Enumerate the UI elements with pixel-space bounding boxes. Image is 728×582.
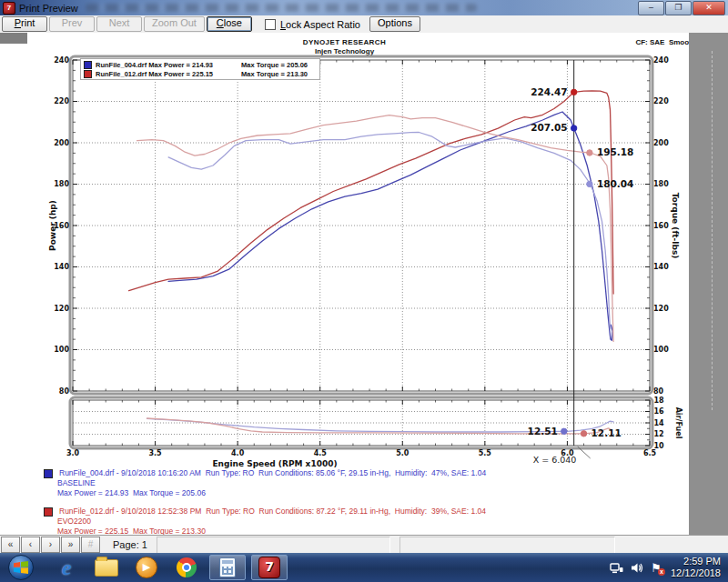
run-color-chip [44,507,53,517]
print-preview-page: DYNOJET RESEARCH Injen Technology CF: SA… [0,33,728,535]
action-center-flag-icon[interactable]: ⚑ x [651,561,662,575]
svg-text:220: 220 [653,97,669,105]
svg-text:12: 12 [654,430,664,438]
run-header-line: RunFile_004.drf - 9/10/2018 10:16:20 AM … [59,468,486,478]
run-name: EVO2200 [44,517,644,527]
svg-text:3.5: 3.5 [148,449,162,457]
goto-page-button[interactable]: # [81,537,100,553]
svg-text:80: 80 [653,387,664,396]
run-info: RunFile_012.drf - 9/10/2018 12:52:38 PM … [44,507,644,537]
svg-text:5.5: 5.5 [479,449,492,457]
checkbox-box[interactable] [265,19,276,30]
zoom-out-button[interactable]: Zoom Out [144,16,205,32]
close-window-button[interactable]: ✕ [693,1,725,15]
error-badge: x [658,568,665,576]
run-header-line: RunFile_012.drf - 9/10/2018 12:52:38 PM … [59,507,486,517]
next-page-button[interactable]: › [41,537,60,553]
titlebar: 7 Print Preview – ❐ ✕ [0,0,728,15]
svg-text:X = 6.040: X = 6.040 [533,455,577,465]
svg-text:4.5: 4.5 [314,449,328,457]
svg-text:Engine Speed (RPM x1000): Engine Speed (RPM x1000) [212,459,337,468]
taskbar-item-chrome[interactable] [173,556,200,579]
next-button[interactable]: Next [96,16,142,32]
taskbar-item-internet-explorer[interactable]: e [53,556,80,579]
svg-text:120: 120 [653,305,669,313]
dynojet-icon: 7 [258,557,280,578]
svg-text:200: 200 [54,139,69,147]
minimize-button[interactable]: – [638,1,664,15]
chart-legend: RunFile_004.drf Max Power = 214.93Max To… [80,58,320,80]
toolbar: Print Prev Next Zoom Out Close Lock Aspe… [0,15,728,34]
legend-row: RunFile_004.drf Max Power = 214.93Max To… [84,60,317,69]
page-margin-dashed-line [712,51,713,410]
svg-text:180.04: 180.04 [597,178,634,189]
svg-text:6.5: 6.5 [643,449,657,457]
svg-text:4.0: 4.0 [231,449,245,457]
titlebar-blurred-text [86,4,477,12]
svg-text:140: 140 [54,263,69,271]
svg-text:16: 16 [654,407,665,416]
legend-maxtorque: Max Torque = 205.06 [241,61,308,69]
window-title: Print Preview [19,3,78,14]
svg-text:207.05: 207.05 [531,122,568,133]
restore-button[interactable]: ❐ [665,1,692,15]
svg-text:224.47: 224.47 [531,86,568,97]
checkbox-label: Lock Aspect Ratio [280,19,360,30]
run-info: RunFile_004.drf - 9/10/2018 10:16:20 AM … [44,468,644,498]
statusbar-panel [157,537,390,554]
svg-text:100: 100 [54,346,69,354]
svg-text:5.0: 5.0 [396,449,410,457]
svg-text:240: 240 [653,56,669,65]
prev-button[interactable]: Prev [49,16,95,32]
svg-text:180: 180 [653,180,669,188]
dyno-chart: 2402402202202002001801801601601401401201… [0,33,689,535]
clock-time: 2:59 PM [671,556,721,567]
run-info-block: RunFile_004.drf - 9/10/2018 10:16:20 AM … [44,468,644,545]
lock-aspect-ratio-checkbox[interactable]: Lock Aspect Ratio [265,19,360,30]
media-player-icon: ▶ [136,557,157,578]
taskbar-item-file-explorer[interactable] [93,556,120,579]
svg-text:140: 140 [653,263,669,271]
statusbar-panel [399,537,615,554]
run-max-values: Max Power = 214.93 Max Torque = 205.06 [44,488,644,498]
legend-color-chip [84,61,92,69]
svg-text:Torque (ft-lbs): Torque (ft-lbs) [671,193,680,259]
windows-flag-icon [14,561,28,574]
run-name: BASELINE [44,478,644,488]
svg-text:3.0: 3.0 [66,449,80,457]
options-button[interactable]: Options [369,16,420,32]
network-icon[interactable] [610,562,623,574]
prev-page-button[interactable]: ‹ [21,537,40,553]
start-button[interactable] [8,555,34,580]
taskbar-item-calculator[interactable] [209,555,246,580]
folder-icon [95,559,118,577]
svg-text:180: 180 [54,180,69,188]
internet-explorer-icon: e [62,557,72,577]
first-page-button[interactable]: « [1,537,20,553]
svg-text:Power (hp): Power (hp) [48,200,57,251]
volume-icon[interactable] [631,562,643,574]
legend-file-maxpower: RunFile_004.drf Max Power = 214.93 [96,61,241,69]
print-button[interactable]: Print [2,16,47,32]
last-page-button[interactable]: » [61,537,80,553]
taskbar-clock[interactable]: 2:59 PM 12/12/2018 [671,556,721,579]
run-color-chip [44,469,53,478]
svg-text:200: 200 [653,139,669,147]
svg-text:14: 14 [654,419,665,427]
page-gutter [689,33,728,535]
preview-corner-block [0,33,27,44]
close-preview-button[interactable]: Close [207,16,252,32]
chrome-icon [177,557,197,577]
calculator-icon [219,557,236,577]
svg-text:195.18: 195.18 [597,146,634,157]
taskbar-item-media-player[interactable]: ▶ [133,556,160,579]
svg-text:160: 160 [653,222,669,230]
legend-maxtorque: Max Torque = 213.30 [241,70,308,78]
svg-text:18: 18 [654,396,665,405]
taskbar-item-dynojet[interactable]: 7 [251,555,288,580]
svg-text:80: 80 [59,387,70,396]
svg-text:120: 120 [54,305,69,313]
svg-text:Air/Fuel: Air/Fuel [674,407,682,439]
svg-text:100: 100 [653,346,669,354]
clock-date: 12/12/2018 [671,567,721,579]
